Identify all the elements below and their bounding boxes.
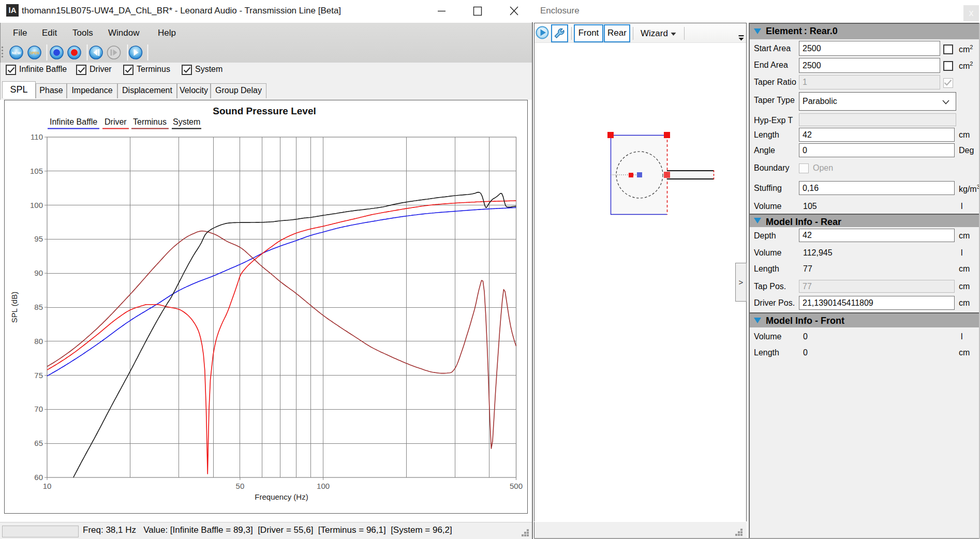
svg-text:System: System: [173, 117, 200, 126]
svg-text:OPEN: OPEN: [29, 51, 39, 55]
svg-text:90: 90: [34, 268, 43, 277]
svg-text:75: 75: [34, 371, 43, 380]
svg-text:65: 65: [34, 439, 43, 447]
svg-text:Infinite Baffle: Infinite Baffle: [50, 117, 97, 126]
svg-text:105: 105: [30, 167, 43, 175]
svg-text:Frequency (Hz): Frequency (Hz): [255, 492, 308, 501]
svg-text:500: 500: [510, 482, 523, 490]
svg-text:85: 85: [34, 303, 43, 311]
svg-text:50: 50: [236, 482, 245, 490]
svg-text:10: 10: [43, 482, 52, 490]
svg-text:NEW: NEW: [12, 51, 21, 55]
svg-text:60: 60: [34, 473, 43, 482]
svg-text:80: 80: [34, 337, 43, 346]
svg-text:100: 100: [30, 201, 43, 209]
svg-text:110: 110: [31, 132, 43, 141]
svg-text:Sound Pressure Level: Sound Pressure Level: [213, 106, 316, 116]
svg-text:95: 95: [34, 234, 43, 243]
svg-text:100: 100: [317, 482, 330, 490]
svg-text:Driver: Driver: [105, 117, 127, 126]
svg-text:SPL (dB): SPL (dB): [10, 292, 19, 323]
svg-text:70: 70: [34, 405, 43, 413]
svg-text:Terminus: Terminus: [133, 117, 167, 126]
